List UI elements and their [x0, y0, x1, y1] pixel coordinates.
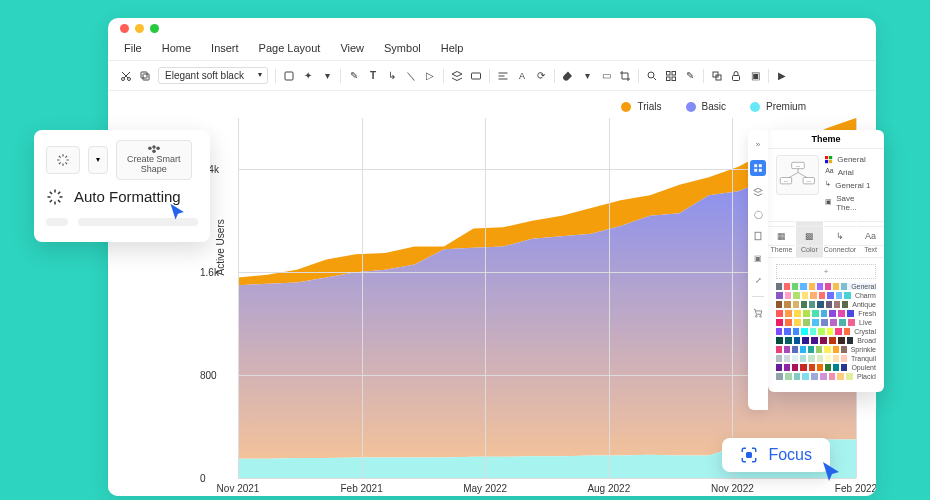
svg-rect-8 [672, 71, 676, 75]
crop-icon[interactable] [619, 70, 631, 82]
font-size-icon[interactable]: A [516, 70, 528, 82]
export-icon[interactable]: ▣ [749, 70, 761, 82]
auto-formatting-label: Auto Formatting [74, 188, 181, 205]
grid-icon[interactable] [665, 70, 677, 82]
lock-icon[interactable] [730, 70, 742, 82]
layers-icon[interactable] [451, 70, 463, 82]
card-icon[interactable] [470, 70, 482, 82]
expand-strip-icon[interactable]: ⤢ [752, 274, 764, 286]
pencil-icon[interactable]: ✎ [348, 70, 360, 82]
focus-label: Focus [768, 446, 812, 464]
svg-rect-9 [667, 77, 671, 81]
circle-strip-icon[interactable]: ◯ [752, 208, 764, 220]
menu-symbol[interactable]: Symbol [384, 42, 421, 54]
theme-option-2[interactable]: ↳ General 1 [825, 180, 876, 191]
dropdown-icon[interactable]: ▾ [321, 70, 333, 82]
dropdown-icon[interactable]: ▾ [581, 70, 593, 82]
close-icon[interactable] [120, 24, 129, 33]
x-tick: Nov 2021 [217, 483, 260, 494]
minimize-icon[interactable] [135, 24, 144, 33]
play-icon[interactable]: ▶ [776, 70, 788, 82]
cart-strip-icon[interactable] [752, 307, 764, 319]
side-strip: » ◯ ▣ ⤢ [748, 130, 768, 410]
theme-option-0[interactable]: General [825, 155, 876, 164]
connector-icon[interactable]: ↳ [386, 70, 398, 82]
font-select[interactable]: Elegant soft black [158, 67, 268, 84]
palette-broad[interactable]: Broad [776, 337, 876, 344]
cursor-icon [168, 202, 188, 222]
shape-icon[interactable] [283, 70, 295, 82]
theme-tabs: ▦Theme▩Color↳ConnectorAaText [768, 221, 884, 258]
theme-tab-theme[interactable]: ▦Theme [768, 221, 795, 258]
add-palette-button[interactable]: + [776, 264, 876, 279]
page-strip-icon[interactable] [752, 230, 764, 242]
theme-preview[interactable]: texttexttext [776, 155, 819, 195]
search-icon[interactable] [646, 70, 658, 82]
rotate-icon[interactable]: ⟳ [535, 70, 547, 82]
maximize-icon[interactable] [150, 24, 159, 33]
stroke-icon[interactable]: ▭ [600, 70, 612, 82]
pointer-icon[interactable]: ▷ [424, 70, 436, 82]
x-tick: Nov 2022 [711, 483, 754, 494]
menu-insert[interactable]: Insert [211, 42, 239, 54]
menu-file[interactable]: File [124, 42, 142, 54]
fill-icon[interactable] [562, 70, 574, 82]
theme-panel: » ◯ ▣ ⤢ Theme texttexttext GeneralAa Ari… [768, 130, 884, 392]
cut-icon[interactable] [120, 70, 132, 82]
palette-fresh[interactable]: Fresh [776, 310, 876, 317]
slider-knob[interactable] [46, 218, 68, 226]
svg-rect-19 [759, 164, 762, 167]
create-smart-shape-button[interactable]: Create Smart Shape [116, 140, 192, 180]
svg-rect-33 [825, 160, 828, 163]
theme-option-1[interactable]: Aa Arial [825, 167, 876, 177]
palette-opulent[interactable]: Opulent [776, 364, 876, 371]
svg-rect-34 [829, 160, 832, 163]
sparkle-tool-button[interactable] [46, 146, 80, 174]
sparkle-dropdown[interactable]: ▾ [88, 146, 108, 174]
palette-general[interactable]: General [776, 283, 876, 290]
palette-tranquil[interactable]: Tranquil [776, 355, 876, 362]
align-left-icon[interactable] [497, 70, 509, 82]
copy-icon[interactable] [139, 70, 151, 82]
legend-item-basic: Basic [686, 101, 726, 112]
theme-tab-text[interactable]: AaText [857, 221, 884, 258]
palette-crystal[interactable]: Crystal [776, 328, 876, 335]
palette-live[interactable]: Live [776, 319, 876, 326]
svg-text:text: text [784, 180, 788, 183]
svg-text:text: text [806, 180, 810, 183]
menu-help[interactable]: Help [441, 42, 464, 54]
y-tick: 800 [200, 370, 217, 381]
sparkle-icon[interactable]: ✦ [302, 70, 314, 82]
text-icon[interactable]: T [367, 70, 379, 82]
menu-page-layout[interactable]: Page Layout [259, 42, 321, 54]
palette-charm[interactable]: Charm [776, 292, 876, 299]
auto-formatting-row[interactable]: Auto Formatting [46, 188, 198, 206]
x-tick: May 2022 [463, 483, 507, 494]
toolbar: Elegant soft black ✦ ▾ ✎ T ↳ ＼ ▷ A ⟳ ▾ ▭… [108, 61, 876, 91]
focus-icon [740, 446, 758, 464]
expand-icon[interactable]: » [752, 138, 764, 150]
focus-button[interactable]: Focus [722, 438, 830, 472]
palette-placid[interactable]: Placid [776, 373, 876, 380]
menu-home[interactable]: Home [162, 42, 191, 54]
line-icon[interactable]: ＼ [405, 70, 417, 82]
menu-view[interactable]: View [340, 42, 364, 54]
svg-point-23 [756, 316, 758, 318]
export-strip-icon[interactable]: ▣ [752, 252, 764, 264]
svg-rect-20 [754, 169, 757, 172]
theme-tab-color[interactable]: ▩Color [796, 221, 823, 258]
palette-antique[interactable]: Antique [776, 301, 876, 308]
theme-strip-button[interactable] [750, 160, 766, 176]
theme-panel-title: Theme [768, 130, 884, 149]
group-icon[interactable] [711, 70, 723, 82]
svg-rect-7 [667, 71, 671, 75]
svg-point-16 [156, 147, 160, 151]
theme-tab-connector[interactable]: ↳Connector [824, 221, 856, 258]
theme-option-3[interactable]: ▣ Save The... [825, 194, 876, 212]
svg-rect-21 [759, 169, 762, 172]
palette-sprinkle[interactable]: Sprinkle [776, 346, 876, 353]
highlight-icon[interactable]: ✎ [684, 70, 696, 82]
layers-strip-icon[interactable] [752, 186, 764, 198]
legend-item-premium: Premium [750, 101, 806, 112]
x-tick: Feb 2021 [340, 483, 382, 494]
